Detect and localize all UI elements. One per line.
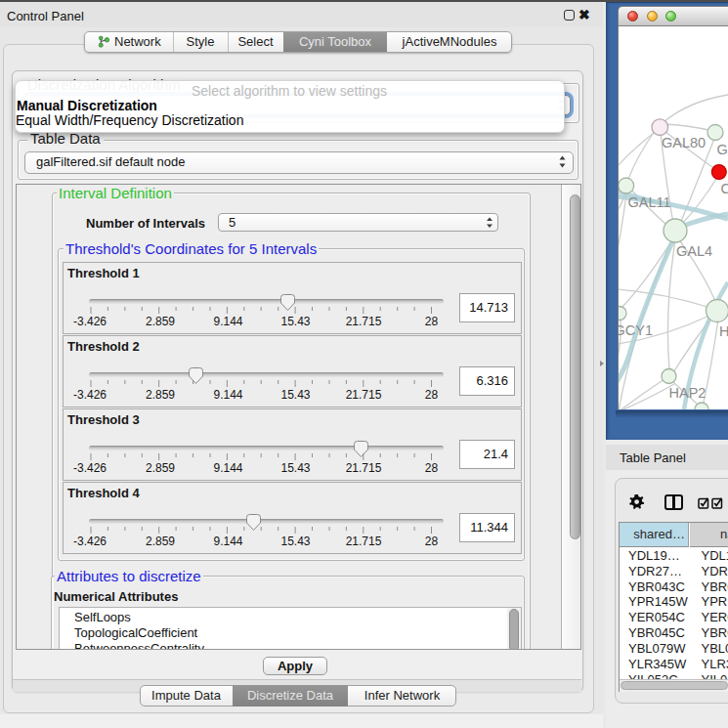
svg-text:GAL3: GAL3 [717, 142, 728, 157]
svg-text:GAL4: GAL4 [676, 243, 712, 259]
svg-text:GAL11: GAL11 [628, 194, 671, 210]
svg-text:HAP4: HAP4 [719, 323, 728, 339]
svg-text:GAL80: GAL80 [662, 135, 706, 150]
svg-text:GCY1: GCY1 [619, 322, 653, 338]
svg-text:CD: CD [721, 181, 728, 196]
svg-text:HAP2: HAP2 [669, 385, 707, 401]
